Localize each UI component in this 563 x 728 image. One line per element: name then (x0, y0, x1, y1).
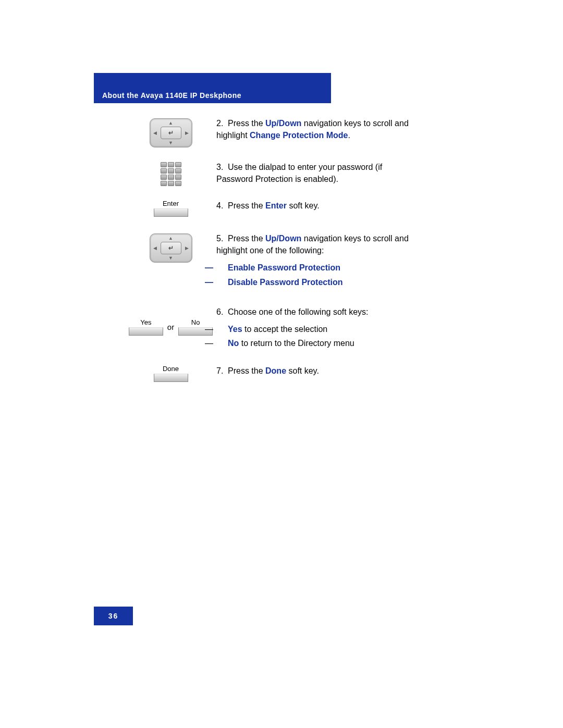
softkey-done: Done (154, 365, 188, 382)
navpad-icon: ▲ ▼ ◀ ▶ ↵ (150, 118, 192, 147)
step-6-row: Yes or No 6.Choose one of the following … (125, 306, 417, 352)
softkey-enter: Enter (154, 200, 188, 217)
step-5-options: —Enable Password Protection —Disable Pas… (216, 262, 417, 288)
step-6-icon-col: Yes or No (125, 306, 216, 336)
step-7-icon-col: Done (125, 365, 216, 382)
step-7-text: 7.Press the Done soft key. (216, 365, 417, 377)
step-2-text: 2.Press the Up/Down navigation keys to s… (216, 117, 417, 141)
softkey-yes: Yes (129, 318, 163, 336)
dialpad-icon (161, 162, 181, 186)
step-3-text: 3.Use the dialpad to enter your password… (216, 161, 417, 185)
navpad-icon: ▲ ▼ ◀ ▶ ↵ (150, 233, 192, 263)
header-bar: About the Avaya 1140E IP Deskphone (94, 73, 331, 103)
step-4-text: 4.Press the Enter soft key. (216, 200, 417, 212)
step-7-row: Done 7.Press the Done soft key. (125, 365, 417, 382)
softkey-button-icon (154, 208, 188, 217)
step-6-text: 6.Choose one of the following soft keys:… (216, 306, 417, 352)
document-page: About the Avaya 1140E IP Deskphone ▲ ▼ ◀… (0, 0, 563, 728)
footer-page-number-bar: 36 (94, 607, 133, 625)
step-5-icon-col: ▲ ▼ ◀ ▶ ↵ (125, 232, 216, 263)
step-4-row: Enter 4.Press the Enter soft key. (125, 200, 417, 217)
softkey-button-icon (154, 374, 188, 382)
softkey-pair: Yes or No (129, 318, 213, 336)
content-area: ▲ ▼ ◀ ▶ ↵ 2.Press the Up/Down navigation… (125, 117, 417, 396)
step-3-row: 3.Use the dialpad to enter your password… (125, 161, 417, 186)
step-5-text: 5.Press the Up/Down navigation keys to s… (216, 232, 417, 290)
step-2-icon-col: ▲ ▼ ◀ ▶ ↵ (125, 117, 216, 147)
step-6-options: —Yes to accept the selection —No to retu… (216, 323, 417, 349)
step-4-icon-col: Enter (125, 200, 216, 217)
header-title: About the Avaya 1140E IP Deskphone (102, 91, 241, 100)
page-number: 36 (108, 612, 119, 620)
step-3-icon-col (125, 161, 216, 186)
step-5-row: ▲ ▼ ◀ ▶ ↵ 5.Press the Up/Down navigation… (125, 232, 417, 290)
step-2-row: ▲ ▼ ◀ ▶ ↵ 2.Press the Up/Down navigation… (125, 117, 417, 147)
softkey-button-icon (129, 327, 163, 336)
or-label: or (167, 323, 174, 331)
